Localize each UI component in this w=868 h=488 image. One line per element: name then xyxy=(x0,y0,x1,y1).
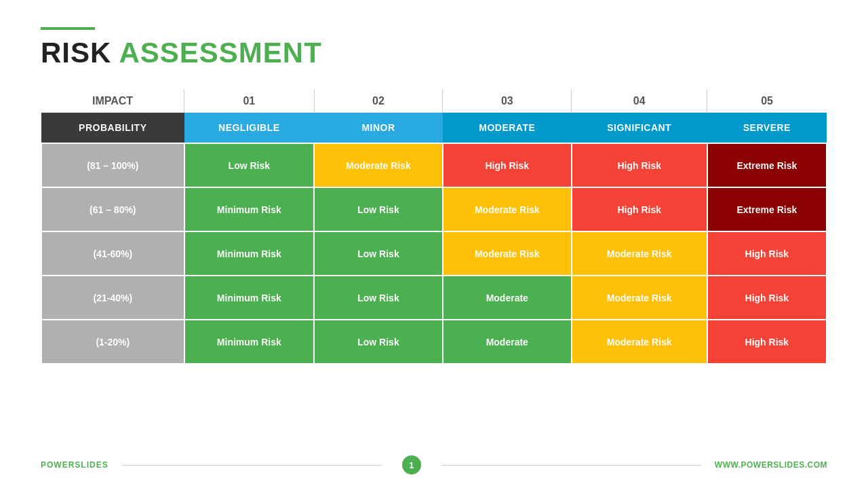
title-part2: ASSESSMENT xyxy=(111,37,322,69)
footer: POWERSLIDES 1 WWW.POWERSLIDES.COM xyxy=(41,455,827,474)
page-title: RISK ASSESSMENT xyxy=(41,37,827,69)
risk-cell: Moderate Risk xyxy=(314,143,443,187)
col-num-3: 03 xyxy=(443,90,572,113)
title-part1: RISK xyxy=(41,37,111,69)
negligible-header: NEGLIGIBLE xyxy=(184,113,314,143)
probability-cell: (61 – 80%) xyxy=(41,187,184,231)
col-num-1: 01 xyxy=(184,90,314,113)
footer-brand-bold: POWER xyxy=(41,460,75,470)
risk-cell: High Risk xyxy=(572,187,707,231)
footer-line-right xyxy=(441,465,701,466)
table-row: (41-60%)Minimum RiskLow RiskModerate Ris… xyxy=(41,231,827,276)
risk-cell: Moderate xyxy=(443,320,572,364)
moderate-header: MODERATE xyxy=(443,113,572,143)
header-accent-line xyxy=(41,27,95,30)
table-row: (21-40%)Minimum RiskLow RiskModerateMode… xyxy=(41,276,827,320)
risk-cell: High Risk xyxy=(572,143,707,187)
risk-cell: Low Risk xyxy=(314,187,443,231)
risk-cell: Minimum Risk xyxy=(184,187,314,231)
table-row: (61 – 80%)Minimum RiskLow RiskModerate R… xyxy=(41,187,827,231)
risk-cell: Moderate Risk xyxy=(572,320,707,364)
risk-cell: High Risk xyxy=(443,143,572,187)
probability-cell: (21-40%) xyxy=(41,276,184,320)
risk-cell: Minimum Risk xyxy=(184,276,314,320)
severe-header: SERVERE xyxy=(707,113,827,143)
footer-url: WWW.POWERSLIDES.COM xyxy=(715,460,827,470)
table-row: (1-20%)Minimum RiskLow RiskModerateModer… xyxy=(41,320,827,364)
risk-cell: Low Risk xyxy=(314,276,443,320)
risk-matrix-table: IMPACT 01 02 03 04 05 PROBABILITY NEGLIG… xyxy=(41,90,827,364)
risk-cell: Moderate Risk xyxy=(572,276,707,320)
footer-page-number: 1 xyxy=(402,455,421,474)
risk-cell: Minimum Risk xyxy=(184,231,314,276)
risk-cell: Moderate Risk xyxy=(572,231,707,276)
col-num-4: 04 xyxy=(572,90,707,113)
risk-cell: High Risk xyxy=(707,231,827,276)
probability-cell: (1-20%) xyxy=(41,320,184,364)
significant-header: SIGNIFICANT xyxy=(572,113,707,143)
risk-cell: Minimum Risk xyxy=(184,320,314,364)
footer-brand-rest: SLIDES xyxy=(75,460,108,470)
risk-cell: Low Risk xyxy=(314,320,443,364)
risk-cell: High Risk xyxy=(707,276,827,320)
slide: RISK ASSESSMENT IMPACT 01 02 03 04 05 PR… xyxy=(0,0,868,488)
table-row: (81 – 100%)Low RiskModerate RiskHigh Ris… xyxy=(41,143,827,187)
probability-header: PROBABILITY xyxy=(41,113,184,143)
probability-cell: (41-60%) xyxy=(41,231,184,276)
risk-cell: Extreme Risk xyxy=(707,143,827,187)
header-row: PROBABILITY NEGLIGIBLE MINOR MODERATE SI… xyxy=(41,113,827,143)
risk-cell: Moderate xyxy=(443,276,572,320)
minor-header: MINOR xyxy=(314,113,443,143)
impact-label: IMPACT xyxy=(41,90,184,113)
risk-cell: Low Risk xyxy=(184,143,314,187)
footer-brand: POWERSLIDES xyxy=(41,460,108,470)
number-row: IMPACT 01 02 03 04 05 xyxy=(41,90,827,113)
col-num-2: 02 xyxy=(314,90,443,113)
col-num-5: 05 xyxy=(707,90,827,113)
risk-cell: Extreme Risk xyxy=(707,187,827,231)
risk-cell: Moderate Risk xyxy=(443,187,572,231)
footer-line-left xyxy=(122,465,382,466)
probability-cell: (81 – 100%) xyxy=(41,143,184,187)
risk-cell: High Risk xyxy=(707,320,827,364)
risk-cell: Moderate Risk xyxy=(443,231,572,276)
risk-cell: Low Risk xyxy=(314,231,443,276)
